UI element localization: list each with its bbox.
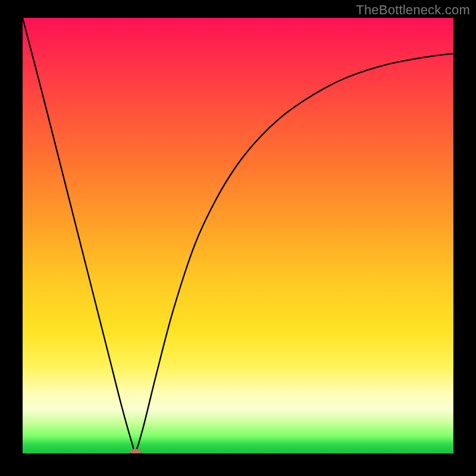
curve-svg <box>23 18 453 453</box>
plot-area <box>23 18 453 453</box>
bottleneck-curve <box>23 18 453 453</box>
chart-frame: TheBottleneck.com <box>0 0 476 476</box>
minimum-marker <box>130 449 141 453</box>
watermark-text: TheBottleneck.com <box>356 2 470 18</box>
